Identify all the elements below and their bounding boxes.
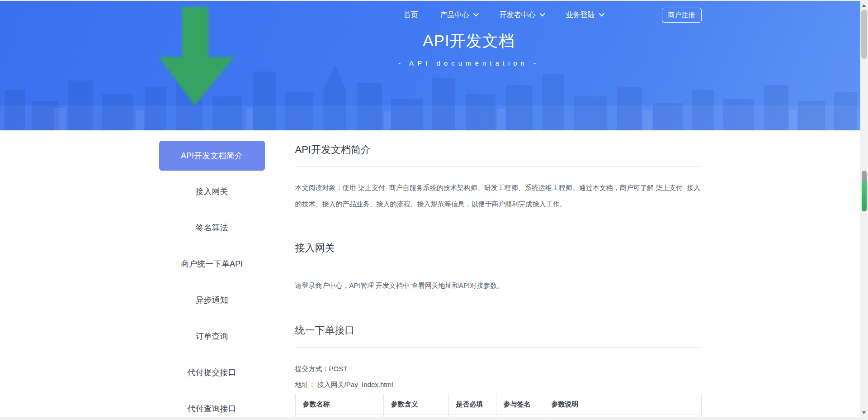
scrollbar-up-arrow[interactable] xyxy=(862,4,866,7)
vertical-scrollbar[interactable] xyxy=(860,1,868,417)
sidebar-item-label: 异步通知 xyxy=(196,295,228,305)
scroll-indicator-green-bar xyxy=(862,181,867,211)
parameters-table: 参数名称 参数含义 是否必填 参与签名 参数说明 xyxy=(295,394,702,420)
scroll-position-indicator xyxy=(862,171,867,211)
submit-method-text: 提交方式：POST xyxy=(295,364,702,374)
column-header-required: 是否必填 xyxy=(448,394,496,415)
browser-viewport: 首页 产品中心 开发者中心 业务登陆 商户注册 API开发文档 - API do… xyxy=(0,0,860,420)
scrollbar-down-arrow[interactable] xyxy=(862,411,866,414)
nav-item-business-login[interactable]: 业务登陆 xyxy=(566,10,603,20)
doc-sidebar: API开发文档简介 接入网关 签名算法 商户统一下单API 异步通知 订单查询 … xyxy=(159,130,266,420)
section-heading-unified-order: 统一下单接口 xyxy=(295,325,702,348)
sidebar-item-label: 代付提交接口 xyxy=(188,367,236,378)
chevron-down-icon xyxy=(599,10,604,16)
section-heading-gateway: 接入网关 xyxy=(295,242,702,264)
sidebar-item-payout-query[interactable]: 代付查询接口 xyxy=(159,391,265,420)
green-down-arrow-graphic xyxy=(159,7,238,109)
horizontal-scrollbar[interactable] xyxy=(0,417,868,420)
window-top-edge xyxy=(0,0,868,1)
hero-banner: 首页 产品中心 开发者中心 业务登陆 商户注册 API开发文档 - API do… xyxy=(0,0,860,130)
nav-item-label: 首页 xyxy=(404,10,418,20)
nav-item-label: 开发者中心 xyxy=(500,10,536,20)
doc-main: API开发文档简介 本文阅读对象：使用 柒上支付- 商户自服务系统的技术架构师、… xyxy=(295,130,702,420)
column-header-param-description: 参数说明 xyxy=(544,394,701,415)
merchant-register-button[interactable]: 商户注册 xyxy=(662,8,702,23)
sidebar-item-order-query[interactable]: 订单查询 xyxy=(159,318,265,354)
gateway-address-text: 地址： 接入网关/Pay_Index.html xyxy=(295,380,702,390)
content-area: API开发文档简介 接入网关 签名算法 商户统一下单API 异步通知 订单查询 … xyxy=(159,130,702,420)
sidebar-item-async-notify[interactable]: 异步通知 xyxy=(159,282,265,318)
sidebar-item-label: 签名算法 xyxy=(196,222,228,233)
sidebar-item-label: 代付查询接口 xyxy=(188,403,236,414)
nav-item-products[interactable]: 产品中心 xyxy=(440,10,477,20)
scrollbar-thumb[interactable] xyxy=(861,10,867,59)
sidebar-item-signature-algorithm[interactable]: 签名算法 xyxy=(159,210,265,246)
column-header-in-signature: 参与签名 xyxy=(496,394,544,415)
nav-item-label: 业务登陆 xyxy=(566,10,595,20)
sidebar-item-label: 接入网关 xyxy=(196,186,228,197)
sidebar-item-label: 订单查询 xyxy=(196,331,228,342)
chevron-down-icon xyxy=(473,10,479,16)
top-navigation: 首页 产品中心 开发者中心 业务登陆 商户注册 xyxy=(159,0,702,30)
page-title: API开发文档 xyxy=(311,30,627,52)
table-header-row: 参数名称 参数含义 是否必填 参与签名 参数说明 xyxy=(295,394,701,415)
column-header-param-name: 参数名称 xyxy=(295,394,383,415)
sidebar-item-unified-order-api[interactable]: 商户统一下单API xyxy=(159,246,265,282)
page-subtitle: - API documentation - xyxy=(311,59,627,67)
city-skyline-image xyxy=(0,62,860,130)
sidebar-item-label: API开发文档简介 xyxy=(181,150,243,161)
scroll-indicator-cap xyxy=(862,171,867,181)
sidebar-item-payout-submit[interactable]: 代付提交接口 xyxy=(159,354,265,391)
sidebar-item-api-doc-intro[interactable]: API开发文档简介 xyxy=(159,141,265,171)
nav-item-developer-center[interactable]: 开发者中心 xyxy=(500,10,544,20)
column-header-param-meaning: 参数含义 xyxy=(383,394,448,415)
section-gateway-paragraph: 请登录商户中心，API管理 开发文档中 查看网关地址和API对接参数。 xyxy=(295,277,702,294)
section-intro-paragraph: 本文阅读对象：使用 柒上支付- 商户自服务系统的技术架构师、研发工程师、系统运维… xyxy=(295,180,702,212)
section-heading-intro: API开发文档简介 xyxy=(295,144,702,167)
chevron-down-icon xyxy=(539,10,545,16)
sidebar-item-label: 商户统一下单API xyxy=(181,258,243,269)
sidebar-item-gateway[interactable]: 接入网关 xyxy=(159,173,265,210)
nav-item-home[interactable]: 首页 xyxy=(404,10,418,20)
nav-item-label: 产品中心 xyxy=(440,10,469,20)
